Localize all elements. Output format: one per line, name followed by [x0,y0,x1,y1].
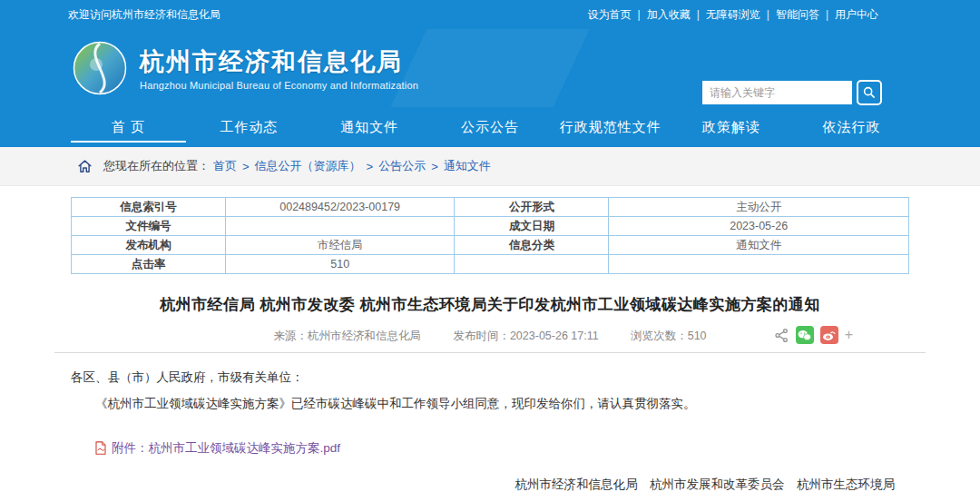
pdf-icon [94,441,107,455]
table-row: 文件编号 成文日期 2023-05-26 [72,217,909,236]
topbar-link-accessibility[interactable]: 无障碍浏览 [706,7,760,23]
info-value: 通知文件 [609,236,909,255]
attachment-link[interactable]: 附件：杭州市工业领域碳达峰实施方案.pdf [112,440,340,457]
article-publish-time: 发布时间：2023-05-26 17:11 [453,330,598,342]
breadcrumb-separator: > [431,160,438,173]
topbar-link-set-homepage[interactable]: 设为首页 [588,7,632,23]
wechat-share-icon[interactable] [796,326,814,344]
article-title: 杭州市经信局 杭州市发改委 杭州市生态环境局关于印发杭州市工业领域碳达峰实施方案… [71,294,909,315]
topbar: 欢迎访问杭州市经济和信息化局 设为首页 | 加入收藏 | 无障碍浏览 | 智能问… [0,0,980,29]
main-nav: 首 页 工作动态 通知文件 公示公告 行政规范性文件 政策解读 依法行政 [0,107,980,147]
nav-item-home[interactable]: 首 页 [68,107,189,147]
site-search [702,80,882,105]
info-value: 2023-05-26 [609,217,909,236]
attachment-row: 附件：杭州市工业领域碳达峰实施方案.pdf [94,440,909,457]
breadcrumb-link-notice-docs[interactable]: 通知文件 [444,158,491,174]
nav-item-policy-interpretation[interactable]: 政策解读 [671,107,791,147]
info-label [455,255,609,274]
info-label: 文件编号 [72,217,226,236]
breadcrumb-link-home[interactable]: 首页 [213,158,237,174]
topbar-link-add-favorite[interactable]: 加入收藏 [647,7,691,23]
info-value [225,217,455,236]
breadcrumb-separator: > [242,160,250,173]
article-source: 来源：杭州市经济和信息化局 [273,330,421,342]
brand[interactable]: 杭州市经济和信息化局 Hangzhou Municipal Bureau of … [73,41,418,95]
share-toolbar: + [774,326,853,344]
table-row: 发布机构 市经信局 信息分类 通知文件 [72,236,909,255]
info-value [609,255,909,274]
nav-item-law-administration[interactable]: 依法行政 [791,107,912,147]
info-value: 002489452/2023-00179 [225,198,455,217]
info-label: 信息索引号 [72,198,226,217]
topbar-divider: | [638,8,641,21]
info-label: 发布机构 [72,236,226,255]
body-paragraph: 《杭州市工业领域碳达峰实施方案》已经市碳达峰碳中和工作领导小组同意，现印发给你们… [71,394,909,415]
info-value: 主动公开 [609,198,909,217]
nav-item-regulatory-docs[interactable]: 行政规范性文件 [550,107,671,147]
search-input[interactable] [702,81,852,104]
article-body: 各区、县（市）人民政府，市级有关单位： 《杭州市工业领域碳达峰实施方案》已经市碳… [71,368,909,415]
content: 信息索引号 002489452/2023-00179 公开形式 主动公开 文件编… [0,186,980,502]
share-more-button[interactable]: + [845,327,853,343]
info-value: 510 [225,255,455,274]
table-row: 点击率 510 [72,255,909,274]
nav-item-public-announcements[interactable]: 公示公告 [430,107,551,147]
breadcrumb-link-info-disclosure[interactable]: 信息公开（资源库） [255,158,361,174]
document-info-table: 信息索引号 002489452/2023-00179 公开形式 主动公开 文件编… [71,197,909,274]
topbar-divider: | [697,8,700,21]
info-label: 成文日期 [455,217,609,236]
brand-text: 杭州市经济和信息化局 Hangzhou Municipal Bureau of … [140,45,418,91]
site-name-english: Hangzhou Municipal Bureau of Economy and… [140,80,418,91]
topbar-links: 设为首页 | 加入收藏 | 无障碍浏览 | 智能问答 | 用户中心 [588,7,879,23]
topbar-divider: | [826,8,828,21]
info-label: 公开形式 [455,198,609,217]
article-meta: 来源：杭州市经济和信息化局 发布时间：2023-05-26 17:11 浏览次数… [71,329,909,344]
home-icon [77,159,93,174]
search-button[interactable] [857,80,882,105]
info-label: 信息分类 [455,236,609,255]
masthead: 杭州市经济和信息化局 Hangzhou Municipal Bureau of … [0,29,980,107]
breadcrumb: 您现在所在的位置： 首页 > 信息公开（资源库） > 公告公示 > 通知文件 [0,147,980,186]
topbar-link-user-center[interactable]: 用户中心 [835,7,878,23]
info-label: 点击率 [72,255,226,274]
topbar-link-smart-qa[interactable]: 智能问答 [776,7,819,23]
page: 欢迎访问杭州市经济和信息化局 设为首页 | 加入收藏 | 无障碍浏览 | 智能问… [0,0,980,502]
body-paragraph: 各区、县（市）人民政府，市级有关单位： [71,368,909,389]
issuing-agencies: 杭州市经济和信息化局 杭州市发展和改革委员会 杭州市生态环境局 [71,477,909,493]
search-icon [862,85,877,100]
breadcrumb-separator: > [367,160,374,173]
breadcrumb-link-announcements[interactable]: 公告公示 [378,158,426,174]
welcome-text: 欢迎访问杭州市经济和信息化局 [68,7,220,23]
nav-item-work-news[interactable]: 工作动态 [189,107,309,147]
bureau-logo-icon [73,41,127,95]
article-views: 浏览次数：510 [631,330,706,342]
meta-divider [54,352,926,353]
weibo-share-icon[interactable] [820,326,838,344]
topbar-divider: | [767,8,769,21]
info-value: 市经信局 [225,236,455,255]
breadcrumb-prefix: 您现在所在的位置： [103,158,210,174]
nav-item-notice-docs[interactable]: 通知文件 [309,107,430,147]
share-icon[interactable] [774,328,789,343]
table-row: 信息索引号 002489452/2023-00179 公开形式 主动公开 [72,198,909,217]
site-name: 杭州市经济和信息化局 [140,45,418,78]
